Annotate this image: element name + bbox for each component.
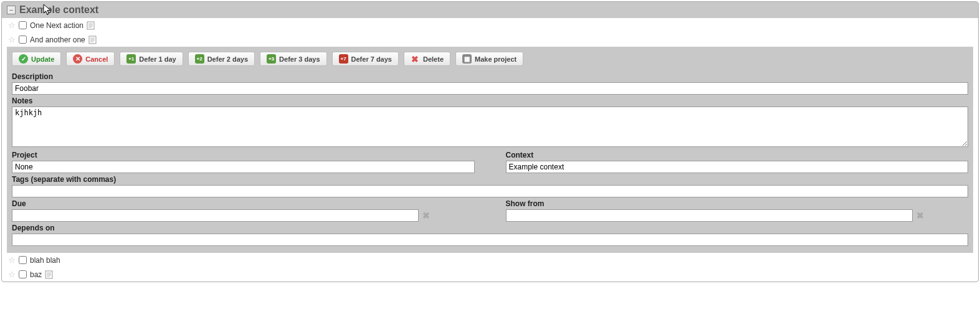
- tags-label: Tags (separate with commas): [12, 175, 968, 184]
- todo-checkbox[interactable]: [19, 21, 27, 29]
- clear-showfrom-icon[interactable]: ✖: [916, 211, 924, 220]
- showfrom-label: Show from: [506, 199, 969, 208]
- toolbar: ✓Update ✕Cancel +1Defer 1 day +2Defer 2 …: [12, 52, 968, 66]
- calendar-icon: +1: [126, 54, 136, 64]
- depends-input[interactable]: [12, 234, 968, 246]
- star-icon[interactable]: ☆: [8, 255, 16, 265]
- todo-row: ☆ One Next action: [2, 18, 978, 32]
- project-label: Project: [12, 151, 475, 159]
- description-label: Description: [12, 72, 968, 81]
- context-panel: − Example context ☆ One Next action ☆ An…: [1, 1, 979, 282]
- update-label: Update: [31, 55, 54, 63]
- todo-row: ☆ And another one: [2, 32, 978, 47]
- note-icon[interactable]: [88, 36, 97, 44]
- note-icon[interactable]: [87, 21, 95, 30]
- panel-header: − Example context: [2, 2, 978, 18]
- todo-text[interactable]: And another one: [30, 36, 85, 44]
- clear-due-icon[interactable]: ✖: [422, 211, 430, 220]
- showfrom-input[interactable]: [506, 209, 913, 222]
- tags-input[interactable]: [12, 185, 968, 197]
- delete-x-icon: ✖: [411, 54, 420, 64]
- todo-row: ☆ blah blah: [2, 253, 978, 267]
- notes-textarea[interactable]: [12, 107, 968, 147]
- todo-checkbox[interactable]: [19, 36, 27, 44]
- project-input[interactable]: [12, 161, 475, 173]
- defer-1-button[interactable]: +1Defer 1 day: [120, 52, 183, 66]
- delete-label: Delete: [423, 55, 444, 63]
- panel-title: Example context: [19, 4, 98, 16]
- depends-label: Depends on: [12, 224, 968, 232]
- todo-text[interactable]: One Next action: [30, 21, 83, 30]
- project-icon: ▦: [462, 54, 472, 64]
- edit-form: ✓Update ✕Cancel +1Defer 1 day +2Defer 2 …: [7, 47, 973, 253]
- star-icon[interactable]: ☆: [8, 270, 16, 279]
- check-icon: ✓: [19, 54, 28, 64]
- todo-checkbox[interactable]: [19, 256, 27, 264]
- defer2-label: Defer 2 days: [207, 55, 248, 63]
- defer1-label: Defer 1 day: [139, 55, 176, 63]
- todo-checkbox[interactable]: [19, 270, 27, 278]
- calendar-icon: +7: [339, 54, 348, 64]
- update-button[interactable]: ✓Update: [12, 52, 61, 66]
- delete-button[interactable]: ✖Delete: [404, 52, 450, 66]
- due-input[interactable]: [12, 209, 419, 222]
- defer-3-button[interactable]: +3Defer 3 days: [260, 52, 326, 66]
- due-label: Due: [12, 199, 475, 208]
- defer-2-button[interactable]: +2Defer 2 days: [188, 52, 255, 66]
- cancel-button[interactable]: ✕Cancel: [66, 52, 115, 66]
- todo-text[interactable]: blah blah: [30, 256, 60, 265]
- make-project-button[interactable]: ▦Make project: [455, 52, 523, 66]
- star-icon[interactable]: ☆: [8, 21, 16, 30]
- note-icon[interactable]: [45, 270, 53, 279]
- description-input[interactable]: [12, 82, 968, 95]
- notes-label: Notes: [12, 97, 968, 105]
- todo-list-below: ☆ blah blah ☆ baz: [2, 253, 978, 282]
- x-icon: ✕: [73, 54, 82, 64]
- todo-list-above: ☆ One Next action ☆ And another one: [2, 18, 978, 47]
- makeproject-label: Make project: [475, 55, 516, 63]
- cancel-label: Cancel: [85, 55, 108, 63]
- context-label: Context: [506, 151, 969, 159]
- star-icon[interactable]: ☆: [8, 35, 16, 44]
- context-input[interactable]: [506, 161, 969, 173]
- defer-7-button[interactable]: +7Defer 7 days: [332, 52, 399, 66]
- defer7-label: Defer 7 days: [351, 55, 392, 63]
- svg-rect-5: [89, 36, 96, 44]
- defer3-label: Defer 3 days: [279, 55, 320, 63]
- collapse-toggle[interactable]: −: [7, 6, 16, 14]
- svg-rect-0: [87, 22, 94, 29]
- svg-rect-10: [45, 271, 52, 278]
- calendar-icon: +3: [267, 54, 276, 64]
- calendar-icon: +2: [195, 54, 204, 64]
- todo-text[interactable]: baz: [30, 270, 42, 279]
- todo-row: ☆ baz: [2, 267, 978, 282]
